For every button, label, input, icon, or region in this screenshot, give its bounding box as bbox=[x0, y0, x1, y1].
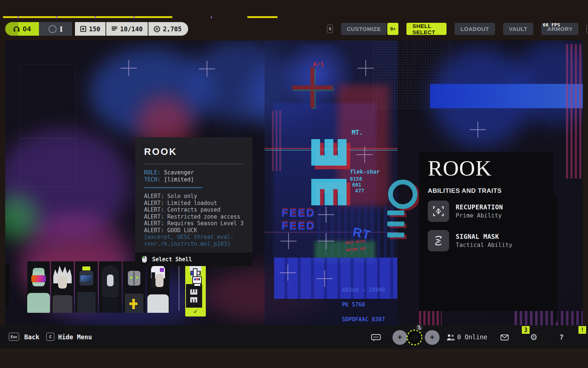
alert-line: ALERT: Contracts paused bbox=[144, 206, 244, 213]
shell-portrait-selected[interactable]: ✓ bbox=[185, 261, 206, 316]
customize-badge: 9+ bbox=[387, 23, 398, 35]
volume-up-button[interactable]: + bbox=[425, 330, 440, 345]
ability-tile bbox=[428, 201, 449, 222]
capacity-stat-chip: 10/140 bbox=[105, 22, 148, 36]
credits-value: 2,705 bbox=[163, 25, 182, 33]
alert-line: ALERT: Limited loadout bbox=[144, 200, 244, 207]
portrait-goggles bbox=[31, 275, 46, 282]
headset-icon bbox=[13, 25, 20, 33]
select-shell-action[interactable]: Select Shell bbox=[135, 252, 252, 266]
shell-select-screen: 04 I 150 10/140 bbox=[0, 0, 588, 368]
slot-chip-value: I bbox=[60, 25, 63, 33]
shell-portrait-2[interactable] bbox=[51, 261, 74, 313]
mic-muted-icon bbox=[416, 324, 423, 331]
shell-portrait-1[interactable] bbox=[27, 261, 50, 313]
ability-type: Tactical Ability bbox=[456, 241, 512, 249]
alert-line: ALERT: Requires Season Level 3 bbox=[144, 220, 244, 227]
ability-tile bbox=[428, 230, 449, 251]
hide-menu-label: Hide Menu bbox=[58, 333, 92, 341]
tooltip-title: ROOK bbox=[144, 146, 244, 158]
mouse-icon bbox=[142, 256, 147, 263]
capacity-value: 10/140 bbox=[120, 25, 143, 33]
tab-customize[interactable]: CUSTOMIZE bbox=[341, 23, 387, 35]
abilities-panel: ROOK ABILITIES AND TRAITS RECUPERATION P… bbox=[419, 152, 553, 311]
help-icon[interactable]: ? bbox=[559, 333, 564, 342]
role-row: ROLE: Scavenger bbox=[144, 169, 244, 176]
back-label: Back bbox=[24, 333, 39, 341]
online-players-icon bbox=[446, 334, 455, 341]
shell-tooltip: ROOK ROLE: Scavenger TECH: [limited] ALE… bbox=[135, 137, 252, 266]
shell-portrait-3[interactable] bbox=[75, 261, 98, 313]
progress-tick bbox=[56, 16, 57, 18]
role-value: Scavenger bbox=[164, 169, 194, 176]
portrait-face bbox=[155, 274, 164, 287]
ability-name: SIGNAL MASK bbox=[456, 233, 512, 241]
ability-text: RECUPERATION Prime Ability bbox=[456, 203, 503, 220]
strip-divider bbox=[179, 262, 179, 311]
progress-tick bbox=[211, 16, 212, 18]
portrait-face bbox=[58, 276, 67, 289]
alert-badge: ! bbox=[578, 326, 586, 334]
mail-icon[interactable] bbox=[501, 335, 509, 340]
signal-mask-icon bbox=[433, 235, 444, 247]
ability-name: RECUPERATION bbox=[456, 203, 503, 212]
selected-check: ✓ bbox=[185, 308, 206, 315]
tab-loadout[interactable]: LOADOUT bbox=[455, 23, 495, 35]
ability-row-signal-mask: SIGNAL MASK Tactical Ability bbox=[428, 230, 512, 251]
tab-customize-wrap: CUSTOMIZE 9+ bbox=[341, 23, 399, 35]
portrait-visor bbox=[80, 275, 92, 282]
tab-vault[interactable]: VAULT bbox=[503, 23, 533, 35]
portrait-face-line bbox=[133, 272, 135, 285]
panel-shell-name: ROOK bbox=[428, 156, 492, 181]
player-avatar[interactable] bbox=[406, 329, 423, 346]
ability-row-recuperation: RECUPERATION Prime Ability bbox=[428, 201, 503, 222]
c-keyhint: C bbox=[46, 333, 54, 341]
tooltip-divider bbox=[144, 164, 244, 164]
volume-down-button[interactable]: + bbox=[392, 330, 407, 345]
esc-keyhint: Esc bbox=[9, 333, 19, 341]
ability-type: Prime Ability bbox=[456, 212, 503, 220]
bottom-bar: Esc Back C Hide Menu + + bbox=[0, 325, 588, 349]
alert-line: ALERT: GOOD LUCK bbox=[144, 227, 244, 234]
progress-tick bbox=[18, 16, 19, 18]
settings-gear-icon[interactable]: ⚙ bbox=[530, 332, 538, 342]
online-count: 0 Online bbox=[457, 333, 487, 341]
portrait-face bbox=[107, 275, 114, 286]
excerpt-line: rnnr.rk.instrctn.mnl_p103] bbox=[144, 241, 244, 248]
portrait-crest bbox=[82, 266, 90, 270]
shell-portrait-5[interactable] bbox=[123, 261, 146, 313]
tech-label: TECH: bbox=[144, 176, 161, 183]
portrait-hair-side bbox=[151, 272, 155, 289]
next-tab-keyhint: E bbox=[587, 25, 588, 33]
chat-icon[interactable] bbox=[371, 334, 381, 342]
level-stat-chip: 150 bbox=[75, 22, 105, 36]
player-chip-value: 04 bbox=[23, 25, 31, 33]
alert-line: ALERT: Restricted zone access bbox=[144, 213, 244, 220]
tech-row: TECH: [limited] bbox=[144, 176, 244, 183]
progress-tick bbox=[133, 16, 135, 18]
bottom-letterbox bbox=[0, 349, 588, 368]
tooltip-body: ROOK ROLE: Scavenger TECH: [limited] ALE… bbox=[135, 137, 252, 252]
portrait-cross bbox=[132, 299, 135, 309]
tech-value: [limited] bbox=[164, 176, 194, 183]
mail-badge: 3 bbox=[522, 326, 530, 334]
tab-shell-select[interactable]: SHELL SELECT bbox=[406, 23, 447, 35]
level-value: 150 bbox=[89, 25, 100, 33]
progress-segment bbox=[247, 16, 277, 18]
recuperation-icon bbox=[433, 205, 444, 217]
credits-icon bbox=[154, 26, 160, 32]
ability-text: SIGNAL MASK Tactical Ability bbox=[456, 233, 512, 249]
select-shell-label: Select Shell bbox=[152, 256, 192, 263]
role-label: ROLE: bbox=[144, 169, 161, 176]
shell-portrait-4[interactable] bbox=[99, 261, 122, 313]
hud-chip-row: 04 I 150 10/140 bbox=[5, 22, 188, 36]
pixel-robot bbox=[187, 263, 204, 295]
portrait-eye bbox=[130, 277, 132, 279]
portrait-accent bbox=[160, 268, 164, 272]
portrait-eye bbox=[136, 277, 138, 279]
progress-segment bbox=[3, 16, 172, 18]
prev-tab-keyhint: Q bbox=[327, 25, 333, 33]
tooltip-blue-rule bbox=[144, 187, 202, 188]
abilities-section-heading: ABILITIES AND TRAITS bbox=[428, 187, 502, 195]
shell-portrait-6[interactable] bbox=[147, 261, 169, 313]
